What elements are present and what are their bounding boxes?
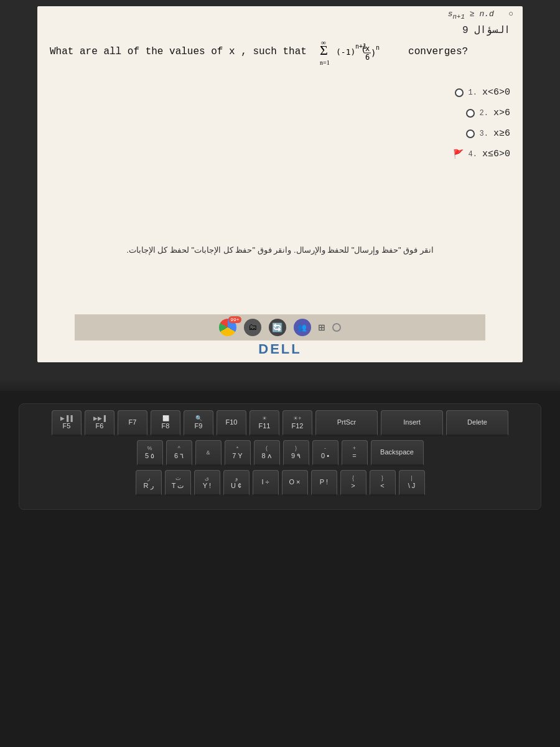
key-9[interactable]: ) 9 ٩ [283, 440, 309, 466]
answer-label-4: 0<x≤6 [482, 149, 510, 159]
taskbar-network[interactable]: 🔄 [269, 319, 286, 336]
key-pipe[interactable]: | \ J [399, 470, 425, 496]
key-7[interactable]: * 7 Y [225, 440, 251, 466]
question-prefix: What are all of the values of x , such t… [50, 44, 307, 60]
key-backspace[interactable]: Backspace [371, 440, 424, 466]
laptop-screen: sn+1 ≥ n.d ○ السؤال 9 What are all of th… [0, 0, 560, 386]
question-text: What are all of the values of x , such t… [50, 37, 510, 67]
key-f8[interactable]: ⬜ F8 [151, 410, 180, 436]
question-suffix: converges? [408, 44, 468, 60]
key-6[interactable]: ^ 6 ٦ [166, 440, 192, 466]
key-5[interactable]: % 5 ٥ [137, 440, 163, 466]
answer-num-4: .4 [469, 150, 477, 159]
question-area: What are all of the values of x , such t… [50, 37, 510, 67]
taskbar-teams[interactable]: 👥 [294, 319, 311, 336]
key-f9[interactable]: 🔍 F9 [184, 410, 213, 436]
key-delete[interactable]: Delete [446, 410, 508, 436]
flag-icon: 🚩 [453, 149, 464, 159]
number-row: % 5 ٥ ^ 6 ٦ & * 7 Y ( 8 ʌ ) 9 ٩ [29, 440, 531, 466]
answer-num-2: .2 [480, 109, 488, 118]
answer-label-1: 0<x<6 [482, 87, 510, 98]
key-t[interactable]: ت T ت [165, 470, 191, 496]
chrome-badge: 99+ [228, 316, 241, 323]
radio-1[interactable] [455, 88, 464, 97]
svg-text:∞: ∞ [321, 39, 326, 46]
taskbar-layout-icon[interactable]: ⊞ [319, 321, 325, 334]
top-status: sn+1 ≥ n.d ○ [448, 9, 513, 21]
key-rbrace[interactable]: } < [370, 470, 396, 496]
key-f6[interactable]: ▶▶▐ F6 [85, 410, 114, 436]
key-prtscr[interactable]: PrtScr [315, 410, 378, 436]
key-f10[interactable]: F10 [217, 410, 246, 436]
key-i[interactable]: I ÷ [253, 470, 279, 496]
letter-row: ر R ر ت T ت ى Y ! و U ¢ I ÷ O × [29, 470, 531, 496]
svg-text:6: 6 [365, 53, 370, 62]
dell-logo: DELL [258, 341, 301, 357]
key-0[interactable]: - 0 • [312, 440, 338, 466]
radio-3[interactable] [466, 129, 475, 138]
question-number: السؤال 9 [462, 24, 510, 36]
key-f11[interactable]: ☀ F11 [250, 410, 279, 436]
key-f7[interactable]: F7 [118, 410, 147, 436]
keyboard-area: ▶▐▐ F5 ▶▶▐ F6 F7 ⬜ F8 🔍 F9 F10 ☀ [0, 391, 560, 747]
svg-text:n: n [376, 44, 380, 51]
answer-num-1: .1 [469, 88, 477, 97]
answer-label-3: x≥6 [493, 128, 510, 139]
svg-text:n=1: n=1 [320, 59, 330, 66]
key-f5[interactable]: ▶▐▐ F5 [52, 410, 82, 436]
answer-num-3: .3 [480, 129, 488, 138]
answer-choice-1[interactable]: 0<x<6 .1 [455, 87, 510, 98]
key-u[interactable]: و U ¢ [223, 470, 250, 496]
key-o[interactable]: O × [282, 470, 308, 496]
fn-key-row: ▶▐▐ F5 ▶▶▐ F6 F7 ⬜ F8 🔍 F9 F10 ☀ [29, 410, 531, 436]
key-equals[interactable]: + = [342, 440, 368, 466]
key-f12[interactable]: ☀+ F12 [282, 410, 312, 436]
math-formula: Σ ∞ n=1 (-1) n+1 ( x 6 ) [320, 37, 394, 67]
radio-2[interactable] [466, 109, 475, 118]
answers-area: 0<x<6 .1 x>6 .2 x≥6 .3 0<x≤6 .4 🚩 [453, 87, 510, 159]
key-lbrace[interactable]: { > [340, 470, 366, 496]
svg-text:x: x [365, 44, 370, 53]
svg-text:(-1): (-1) [336, 47, 355, 57]
key-insert[interactable]: Insert [381, 410, 443, 436]
answer-choice-2[interactable]: x>6 .2 [466, 108, 510, 118]
answer-choice-4[interactable]: 0<x≤6 .4 🚩 [453, 149, 510, 159]
screen-content: sn+1 ≥ n.d ○ السؤال 9 What are all of th… [37, 6, 523, 362]
key-p[interactable]: P ! [311, 470, 337, 496]
taskbar-files[interactable]: 🗂 [244, 319, 261, 336]
instruction-text: انقر فوق "حفظ وإرسال" للحفظ والإرسال. وا… [50, 243, 510, 257]
key-r[interactable]: ر R ر [136, 470, 162, 496]
taskbar-chrome[interactable]: 99+ [219, 319, 236, 336]
key-ampersand[interactable]: & [195, 440, 222, 466]
key-8[interactable]: ( 8 ʌ [254, 440, 280, 466]
key-y[interactable]: ى Y ! [194, 470, 220, 496]
keyboard: ▶▐▐ F5 ▶▶▐ F6 F7 ⬜ F8 🔍 F9 F10 ☀ [19, 403, 541, 510]
taskbar-circle[interactable] [332, 323, 341, 332]
sigma-formula-svg: Σ ∞ n=1 (-1) n+1 ( x 6 ) [320, 37, 394, 67]
taskbar: 99+ 🗂 🔄 👥 ⊞ [75, 314, 485, 341]
answer-label-2: x>6 [493, 108, 510, 118]
answer-choice-3[interactable]: x≥6 .3 [466, 128, 510, 139]
